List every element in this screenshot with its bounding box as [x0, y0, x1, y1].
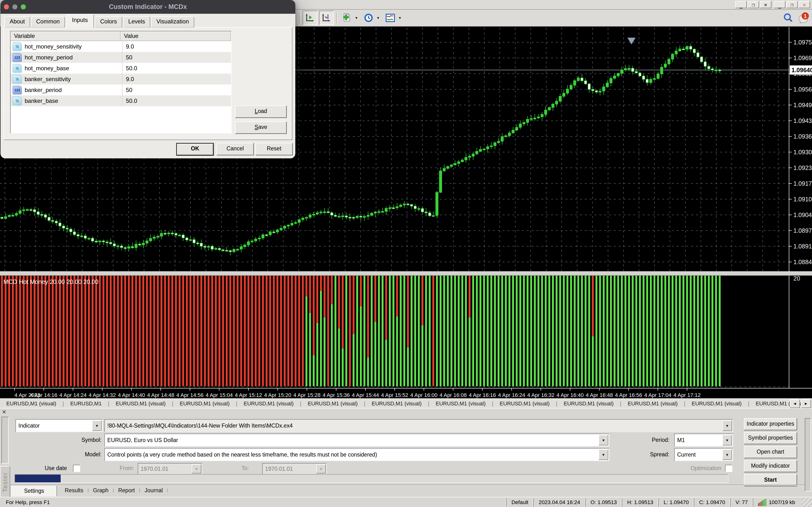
tester-type-select[interactable]: Indicator ▼ — [15, 419, 103, 432]
tester-scroll-strip[interactable] — [1, 417, 9, 463]
variable-value[interactable]: 9.0 — [122, 76, 231, 82]
input-row[interactable]: ½banker_base50.0 — [11, 95, 231, 106]
variable-value[interactable]: 50.0 — [122, 98, 231, 104]
time-axis-label: 4 Apr 15:12 — [235, 392, 262, 398]
time-axis-label: 4 Apr 14:40 — [118, 392, 145, 398]
tester-close-icon[interactable]: ✕ — [2, 409, 6, 415]
variable-value[interactable]: 9.0 — [122, 43, 231, 50]
chevron-down-icon[interactable]: ▼ — [599, 449, 608, 460]
chevron-down-icon[interactable]: ▼ — [722, 435, 732, 445]
time-axis-label: 4 Apr 17:12 — [673, 392, 701, 398]
variable-value[interactable]: 50 — [122, 54, 231, 61]
chart-tab-8[interactable]: EURUSD,M1 (visual) — [494, 400, 556, 407]
dialog-tab-levels[interactable]: Levels — [123, 16, 150, 27]
column-variable[interactable]: Variable — [11, 32, 120, 41]
input-row[interactable]: ½banker_sensitivity9.0 — [11, 74, 231, 84]
symbol-properties-button[interactable]: Symbol properties — [744, 432, 797, 444]
scroll-left-icon[interactable]: ◄ — [790, 399, 800, 408]
chart-tab-10[interactable]: EURUSD,M1 (visual) — [621, 400, 684, 407]
chart-tab-2[interactable]: EURUSD,M1 (visual) — [109, 400, 172, 407]
dropdown-arrow-icon[interactable]: ▼ — [376, 16, 380, 20]
new-indicator-icon[interactable] — [340, 11, 354, 24]
chart-tab-6[interactable]: EURUSD,M1 (visual) — [365, 400, 428, 407]
period-value: M1 — [677, 437, 685, 444]
period-select[interactable]: M1 ▼ — [674, 434, 733, 447]
indicator-properties-button[interactable]: Indicator properties — [744, 418, 797, 430]
variable-value[interactable]: 50.0 — [122, 65, 231, 72]
child-minimize-icon[interactable]: ▁ — [774, 1, 785, 8]
dialog-tab-common[interactable]: Common — [31, 16, 65, 27]
symbol-select[interactable]: EURUSD, Euro vs US Dollar ▼ — [104, 434, 609, 447]
scroll-right-icon[interactable]: ► — [801, 399, 811, 408]
open-chart-button[interactable]: Open chart — [744, 446, 797, 458]
cancel-button[interactable]: Cancel — [216, 143, 254, 155]
dialog-tab-about[interactable]: About — [4, 16, 30, 27]
notifications-icon[interactable]: 1 — [797, 12, 810, 24]
close-icon[interactable]: ✕ — [760, 1, 771, 8]
chart-shift-icon[interactable] — [319, 11, 334, 25]
save-button[interactable]: Save — [235, 121, 287, 134]
chevron-down-icon[interactable]: ▼ — [722, 449, 732, 460]
variable-name: banker_sensitivity — [24, 76, 71, 82]
dialog-tab-visualization[interactable]: Visualization — [151, 16, 194, 27]
period-clock-icon[interactable] — [361, 11, 375, 24]
period-label: Period: — [628, 434, 669, 446]
ok-button[interactable]: OK — [176, 143, 214, 156]
spread-select[interactable]: Current ▼ — [674, 448, 733, 461]
start-button[interactable]: Start — [744, 474, 797, 486]
tab-results[interactable]: Results — [60, 487, 88, 494]
dialog-tab-colors[interactable]: Colors — [95, 16, 122, 27]
chevron-down-icon[interactable]: ▼ — [92, 420, 102, 431]
dialog-tab-strip: AboutCommonInputsColorsLevelsVisualizati… — [4, 16, 195, 27]
chart-tab-3[interactable]: EURUSD,M1 (visual) — [173, 400, 236, 407]
chevron-down-icon[interactable]: ▼ — [722, 420, 732, 431]
chart-tab-7[interactable]: EURUSD,M1 (visual) — [429, 400, 492, 407]
tab-journal[interactable]: Journal — [140, 487, 167, 494]
tester-tabs: Results|Graph|Report|Journal| — [60, 485, 168, 495]
reset-button[interactable]: Reset — [255, 143, 293, 155]
search-icon[interactable] — [783, 12, 794, 24]
optimization-checkbox[interactable] — [725, 465, 732, 472]
symbol-value: EURUSD, Euro vs US Dollar — [107, 437, 178, 444]
to-date-select[interactable]: 1970.01.01 ▼ — [262, 463, 327, 475]
tab-graph[interactable]: Graph — [89, 487, 113, 494]
tab-settings[interactable]: Settings — [11, 485, 57, 496]
auto-scroll-icon[interactable] — [303, 11, 317, 25]
input-row[interactable]: 123hot_money_period50 — [11, 52, 231, 63]
input-row[interactable]: 123banker_period50 — [11, 84, 231, 95]
child-close-icon[interactable]: ✕ — [799, 1, 810, 8]
chart-tab-1[interactable]: EURUSD,M1 — [64, 400, 108, 407]
chart-tab-9[interactable]: EURUSD,M1 (visual) — [557, 400, 620, 407]
from-date-select[interactable]: 1970.01.01 ▼ — [138, 463, 203, 475]
input-row[interactable]: ½hot_money_sensitivity9.0 — [11, 41, 231, 52]
pane-splitter[interactable] — [0, 271, 812, 276]
variable-value[interactable]: 50 — [122, 87, 231, 94]
chevron-down-icon[interactable]: ▼ — [599, 435, 608, 445]
tester-rail-tab[interactable]: Tester — [0, 466, 10, 498]
template-icon[interactable] — [383, 11, 397, 24]
tab-settings-label: Settings — [24, 488, 44, 494]
restore-icon[interactable]: ❐ — [748, 1, 759, 8]
chart-tab-0[interactable]: EURUSD,M1 (visual) — [0, 400, 63, 407]
dialog-tab-inputs[interactable]: Inputs — [66, 14, 94, 28]
dropdown-arrow-icon[interactable]: ▼ — [355, 16, 358, 20]
dialog-title-bar[interactable]: Custom Indicator - MCDx — [0, 0, 295, 14]
child-restore-icon[interactable]: ❐ — [786, 1, 798, 8]
column-value[interactable]: Value — [120, 32, 231, 41]
load-button[interactable]: Load — [235, 106, 287, 118]
chart-tab-4[interactable]: EURUSD,M1 (visual) — [237, 400, 300, 407]
input-row[interactable]: ½hot_money_base50.0 — [11, 63, 231, 74]
modify-indicator-button[interactable]: Modify indicator — [744, 460, 797, 472]
chart-tab-11[interactable]: EURUSD,M1 (visual) — [686, 400, 748, 407]
model-select[interactable]: Control points (a very crude method base… — [104, 448, 609, 461]
dropdown-arrow-icon[interactable]: ▼ — [398, 16, 402, 20]
indicator-path-field[interactable]: !80-MQL4-Settings\MQL4\Indicators\144-Ne… — [104, 419, 733, 432]
use-date-checkbox[interactable] — [73, 465, 80, 472]
model-label: Model: — [44, 448, 101, 461]
chart-tab-5[interactable]: EURUSD,M1 (visual) — [301, 400, 364, 407]
from-label: From: — [110, 463, 134, 474]
resize-grip[interactable] — [801, 498, 812, 507]
minimize-icon[interactable]: ▁ — [735, 1, 747, 8]
tester-vertical-scrollbar[interactable] — [805, 418, 811, 492]
tab-report[interactable]: Report — [114, 487, 139, 494]
